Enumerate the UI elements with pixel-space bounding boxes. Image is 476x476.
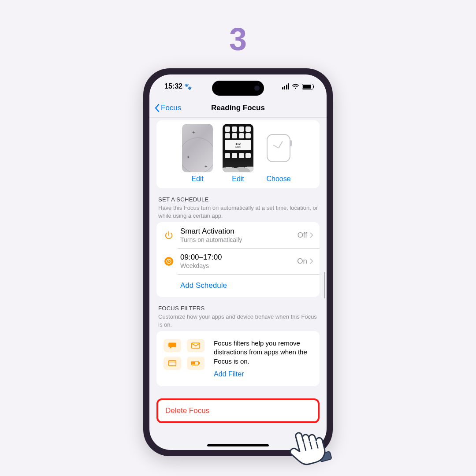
add-filter-link[interactable]: Add Filter xyxy=(214,370,312,378)
schedule-section-header: SET A SCHEDULE Have this Focus turn on a… xyxy=(156,188,320,222)
time-schedule-value: On xyxy=(297,257,307,266)
scroll-indicator[interactable] xyxy=(324,272,325,298)
cellular-signal-icon xyxy=(282,83,290,89)
smart-activation-row[interactable]: Smart Activation Turns on automatically … xyxy=(156,222,320,248)
battery-filter-icon xyxy=(187,357,205,370)
filters-icon-grid xyxy=(164,339,206,370)
back-label: Focus xyxy=(161,104,181,112)
add-schedule-link: Add Schedule xyxy=(180,281,313,290)
phone-frame: 15:32 🐾 Focus Reading Focus ✦ xyxy=(143,68,333,456)
status-paw-icon: 🐾 xyxy=(184,83,192,90)
filters-body-text: Focus filters help you remove distractio… xyxy=(214,339,312,366)
filters-header-desc: Customize how your apps and device behav… xyxy=(158,313,318,328)
filters-header-title: FOCUS FILTERS xyxy=(158,305,318,312)
power-icon xyxy=(163,229,175,242)
lock-screen-edit-link[interactable]: Edit xyxy=(191,175,204,183)
watch-choose-link[interactable]: Choose xyxy=(266,175,290,183)
page-title: Reading Focus xyxy=(211,104,265,112)
focus-filters-card[interactable]: Focus filters help you remove distractio… xyxy=(156,331,320,386)
add-schedule-row[interactable]: Add Schedule xyxy=(156,274,320,297)
time-schedule-title: 09:00–17:00 xyxy=(180,253,297,262)
status-time: 15:32 xyxy=(164,82,182,90)
delete-focus-button[interactable]: Delete Focus xyxy=(156,398,320,423)
tap-cursor-icon xyxy=(282,420,335,473)
svg-rect-6 xyxy=(199,362,200,364)
watch-thumbnail xyxy=(263,124,294,172)
customize-screens-card: ✦ ✦ ✦ Edit 112Days Edit xyxy=(156,120,320,188)
smart-activation-value: Off xyxy=(298,231,307,240)
chevron-right-icon xyxy=(310,232,313,238)
time-schedule-row[interactable]: 09:00–17:00 Weekdays On xyxy=(156,248,320,274)
mail-filter-icon xyxy=(187,339,205,352)
smart-activation-title: Smart Activation xyxy=(180,227,298,236)
home-screen-edit-link[interactable]: Edit xyxy=(232,175,244,183)
lock-screen-item[interactable]: ✦ ✦ ✦ Edit xyxy=(182,124,213,183)
lock-screen-thumbnail: ✦ ✦ ✦ xyxy=(182,124,213,172)
content-area[interactable]: ✦ ✦ ✦ Edit 112Days Edit xyxy=(149,118,327,450)
step-number: 3 xyxy=(229,21,247,57)
dynamic-island xyxy=(212,81,264,96)
phone-screen: 15:32 🐾 Focus Reading Focus ✦ xyxy=(149,74,327,450)
schedule-header-desc: Have this Focus turn on automatically at… xyxy=(158,204,318,219)
time-schedule-sub: Weekdays xyxy=(180,262,297,269)
chevron-right-icon xyxy=(310,258,313,264)
filters-section-header: FOCUS FILTERS Customize how your apps an… xyxy=(156,297,320,331)
navigation-bar: Focus Reading Focus xyxy=(149,98,327,118)
chevron-left-icon xyxy=(154,104,160,112)
calendar-filter-icon xyxy=(164,357,181,370)
schedule-header-title: SET A SCHEDULE xyxy=(158,196,318,203)
back-button[interactable]: Focus xyxy=(154,104,181,112)
clock-icon xyxy=(164,257,173,266)
watch-face-item[interactable]: Choose xyxy=(263,124,294,183)
messages-filter-icon xyxy=(164,339,181,352)
home-screen-item[interactable]: 112Days Edit xyxy=(223,124,253,183)
battery-icon xyxy=(302,84,313,89)
smart-activation-sub: Turns on automatically xyxy=(180,236,298,243)
schedule-group: Smart Activation Turns on automatically … xyxy=(156,222,320,297)
wifi-icon xyxy=(292,84,299,89)
home-indicator[interactable] xyxy=(207,444,269,446)
svg-rect-5 xyxy=(192,362,195,364)
delete-section: Delete Focus xyxy=(156,398,320,423)
svg-rect-2 xyxy=(169,361,176,366)
home-screen-thumbnail: 112Days xyxy=(223,124,253,172)
